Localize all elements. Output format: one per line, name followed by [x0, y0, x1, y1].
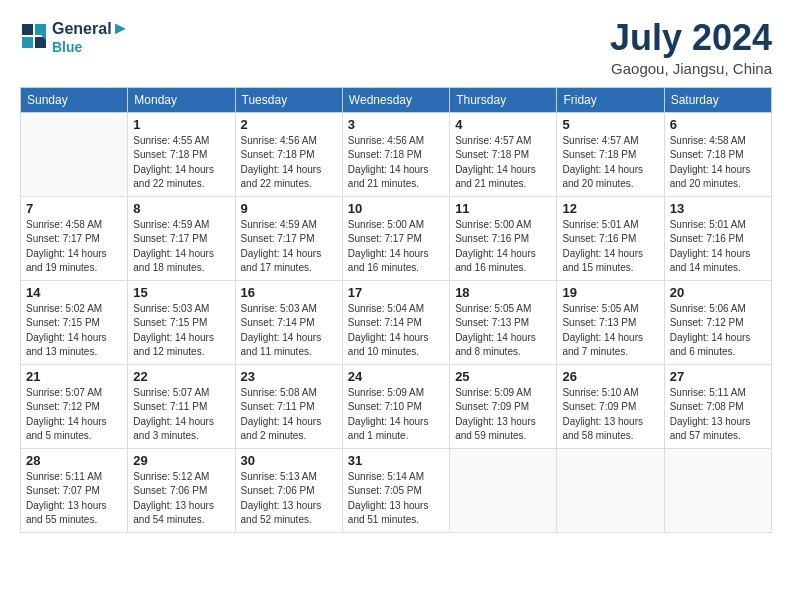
- day-info: Sunrise: 4:59 AMSunset: 7:17 PMDaylight:…: [241, 218, 337, 276]
- day-number: 12: [562, 201, 658, 216]
- day-info: Sunrise: 5:01 AMSunset: 7:16 PMDaylight:…: [670, 218, 766, 276]
- calendar-cell: 14Sunrise: 5:02 AMSunset: 7:15 PMDayligh…: [21, 280, 128, 364]
- day-info: Sunrise: 5:05 AMSunset: 7:13 PMDaylight:…: [562, 302, 658, 360]
- svg-rect-2: [22, 37, 33, 48]
- page: General► Blue July 2024 Gaogou, Jiangsu,…: [0, 0, 792, 612]
- day-info: Sunrise: 5:09 AMSunset: 7:09 PMDaylight:…: [455, 386, 551, 444]
- day-number: 20: [670, 285, 766, 300]
- logo-text: General► Blue: [52, 18, 129, 55]
- weekday-header: Sunday: [21, 87, 128, 112]
- day-info: Sunrise: 4:57 AMSunset: 7:18 PMDaylight:…: [562, 134, 658, 192]
- calendar-week-row: 14Sunrise: 5:02 AMSunset: 7:15 PMDayligh…: [21, 280, 772, 364]
- title-block: July 2024 Gaogou, Jiangsu, China: [610, 18, 772, 77]
- calendar-cell: 9Sunrise: 4:59 AMSunset: 7:17 PMDaylight…: [235, 196, 342, 280]
- calendar-cell: 18Sunrise: 5:05 AMSunset: 7:13 PMDayligh…: [450, 280, 557, 364]
- calendar-cell: 4Sunrise: 4:57 AMSunset: 7:18 PMDaylight…: [450, 112, 557, 196]
- calendar-cell: [557, 448, 664, 532]
- day-number: 5: [562, 117, 658, 132]
- calendar-week-row: 28Sunrise: 5:11 AMSunset: 7:07 PMDayligh…: [21, 448, 772, 532]
- svg-rect-3: [35, 37, 46, 48]
- calendar-cell: 3Sunrise: 4:56 AMSunset: 7:18 PMDaylight…: [342, 112, 449, 196]
- day-number: 31: [348, 453, 444, 468]
- weekday-header: Friday: [557, 87, 664, 112]
- calendar-cell: 17Sunrise: 5:04 AMSunset: 7:14 PMDayligh…: [342, 280, 449, 364]
- calendar-cell: 16Sunrise: 5:03 AMSunset: 7:14 PMDayligh…: [235, 280, 342, 364]
- day-number: 13: [670, 201, 766, 216]
- calendar-cell: 12Sunrise: 5:01 AMSunset: 7:16 PMDayligh…: [557, 196, 664, 280]
- day-info: Sunrise: 5:06 AMSunset: 7:12 PMDaylight:…: [670, 302, 766, 360]
- day-number: 21: [26, 369, 122, 384]
- day-number: 24: [348, 369, 444, 384]
- calendar-cell: 5Sunrise: 4:57 AMSunset: 7:18 PMDaylight…: [557, 112, 664, 196]
- day-info: Sunrise: 5:00 AMSunset: 7:16 PMDaylight:…: [455, 218, 551, 276]
- weekday-header: Tuesday: [235, 87, 342, 112]
- calendar-cell: 19Sunrise: 5:05 AMSunset: 7:13 PMDayligh…: [557, 280, 664, 364]
- calendar: SundayMondayTuesdayWednesdayThursdayFrid…: [20, 87, 772, 533]
- day-number: 14: [26, 285, 122, 300]
- day-number: 30: [241, 453, 337, 468]
- calendar-cell: 29Sunrise: 5:12 AMSunset: 7:06 PMDayligh…: [128, 448, 235, 532]
- day-number: 17: [348, 285, 444, 300]
- day-info: Sunrise: 5:04 AMSunset: 7:14 PMDaylight:…: [348, 302, 444, 360]
- day-info: Sunrise: 5:00 AMSunset: 7:17 PMDaylight:…: [348, 218, 444, 276]
- day-info: Sunrise: 4:57 AMSunset: 7:18 PMDaylight:…: [455, 134, 551, 192]
- calendar-cell: 20Sunrise: 5:06 AMSunset: 7:12 PMDayligh…: [664, 280, 771, 364]
- day-number: 9: [241, 201, 337, 216]
- day-info: Sunrise: 5:09 AMSunset: 7:10 PMDaylight:…: [348, 386, 444, 444]
- calendar-cell: 21Sunrise: 5:07 AMSunset: 7:12 PMDayligh…: [21, 364, 128, 448]
- calendar-cell: 8Sunrise: 4:59 AMSunset: 7:17 PMDaylight…: [128, 196, 235, 280]
- day-info: Sunrise: 5:07 AMSunset: 7:12 PMDaylight:…: [26, 386, 122, 444]
- calendar-cell: 23Sunrise: 5:08 AMSunset: 7:11 PMDayligh…: [235, 364, 342, 448]
- day-info: Sunrise: 5:03 AMSunset: 7:15 PMDaylight:…: [133, 302, 229, 360]
- day-info: Sunrise: 4:59 AMSunset: 7:17 PMDaylight:…: [133, 218, 229, 276]
- day-number: 15: [133, 285, 229, 300]
- day-info: Sunrise: 5:08 AMSunset: 7:11 PMDaylight:…: [241, 386, 337, 444]
- calendar-cell: 28Sunrise: 5:11 AMSunset: 7:07 PMDayligh…: [21, 448, 128, 532]
- day-info: Sunrise: 4:56 AMSunset: 7:18 PMDaylight:…: [348, 134, 444, 192]
- location: Gaogou, Jiangsu, China: [610, 60, 772, 77]
- logo-icon: [20, 22, 48, 50]
- calendar-cell: 6Sunrise: 4:58 AMSunset: 7:18 PMDaylight…: [664, 112, 771, 196]
- weekday-header: Monday: [128, 87, 235, 112]
- day-info: Sunrise: 5:13 AMSunset: 7:06 PMDaylight:…: [241, 470, 337, 528]
- svg-rect-0: [22, 24, 33, 35]
- day-info: Sunrise: 5:01 AMSunset: 7:16 PMDaylight:…: [562, 218, 658, 276]
- calendar-cell: 25Sunrise: 5:09 AMSunset: 7:09 PMDayligh…: [450, 364, 557, 448]
- calendar-cell: 27Sunrise: 5:11 AMSunset: 7:08 PMDayligh…: [664, 364, 771, 448]
- day-info: Sunrise: 5:11 AMSunset: 7:07 PMDaylight:…: [26, 470, 122, 528]
- day-info: Sunrise: 4:55 AMSunset: 7:18 PMDaylight:…: [133, 134, 229, 192]
- day-number: 8: [133, 201, 229, 216]
- calendar-cell: 15Sunrise: 5:03 AMSunset: 7:15 PMDayligh…: [128, 280, 235, 364]
- day-info: Sunrise: 4:58 AMSunset: 7:18 PMDaylight:…: [670, 134, 766, 192]
- calendar-cell: 11Sunrise: 5:00 AMSunset: 7:16 PMDayligh…: [450, 196, 557, 280]
- calendar-cell: 7Sunrise: 4:58 AMSunset: 7:17 PMDaylight…: [21, 196, 128, 280]
- day-number: 11: [455, 201, 551, 216]
- day-number: 1: [133, 117, 229, 132]
- calendar-cell: 24Sunrise: 5:09 AMSunset: 7:10 PMDayligh…: [342, 364, 449, 448]
- weekday-header-row: SundayMondayTuesdayWednesdayThursdayFrid…: [21, 87, 772, 112]
- day-info: Sunrise: 5:14 AMSunset: 7:05 PMDaylight:…: [348, 470, 444, 528]
- day-number: 2: [241, 117, 337, 132]
- day-info: Sunrise: 4:56 AMSunset: 7:18 PMDaylight:…: [241, 134, 337, 192]
- day-number: 4: [455, 117, 551, 132]
- weekday-header: Saturday: [664, 87, 771, 112]
- calendar-cell: 30Sunrise: 5:13 AMSunset: 7:06 PMDayligh…: [235, 448, 342, 532]
- day-number: 29: [133, 453, 229, 468]
- day-info: Sunrise: 5:07 AMSunset: 7:11 PMDaylight:…: [133, 386, 229, 444]
- day-number: 27: [670, 369, 766, 384]
- calendar-cell: 26Sunrise: 5:10 AMSunset: 7:09 PMDayligh…: [557, 364, 664, 448]
- calendar-cell: [450, 448, 557, 532]
- day-number: 3: [348, 117, 444, 132]
- day-number: 18: [455, 285, 551, 300]
- header: General► Blue July 2024 Gaogou, Jiangsu,…: [20, 18, 772, 77]
- day-number: 22: [133, 369, 229, 384]
- day-info: Sunrise: 5:10 AMSunset: 7:09 PMDaylight:…: [562, 386, 658, 444]
- calendar-cell: 22Sunrise: 5:07 AMSunset: 7:11 PMDayligh…: [128, 364, 235, 448]
- day-number: 28: [26, 453, 122, 468]
- day-info: Sunrise: 5:11 AMSunset: 7:08 PMDaylight:…: [670, 386, 766, 444]
- calendar-cell: [664, 448, 771, 532]
- month-year: July 2024: [610, 18, 772, 58]
- day-number: 7: [26, 201, 122, 216]
- calendar-cell: 2Sunrise: 4:56 AMSunset: 7:18 PMDaylight…: [235, 112, 342, 196]
- calendar-week-row: 21Sunrise: 5:07 AMSunset: 7:12 PMDayligh…: [21, 364, 772, 448]
